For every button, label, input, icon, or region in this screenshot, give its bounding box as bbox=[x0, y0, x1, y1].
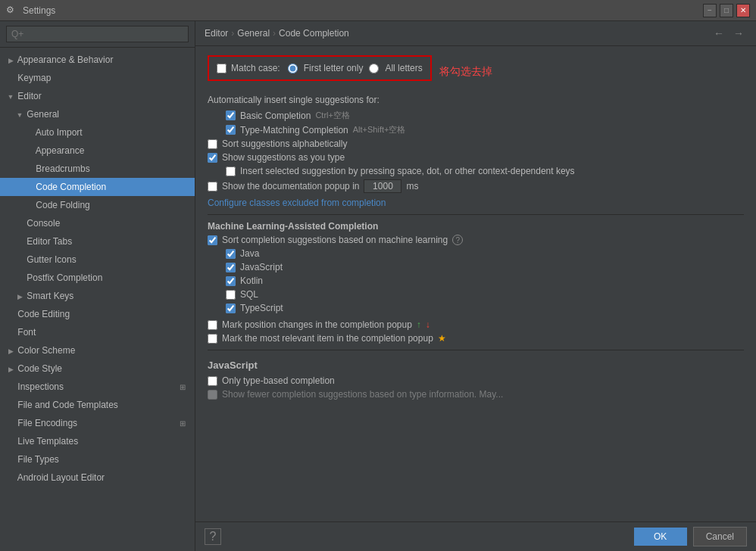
sidebar-item-android-layout-editor[interactable]: Android Layout Editor bbox=[0, 469, 195, 487]
sidebar-item-keymap[interactable]: Keymap bbox=[0, 69, 195, 87]
sidebar-item-editor[interactable]: Editor bbox=[0, 87, 195, 105]
insert-selected-checkbox[interactable] bbox=[226, 167, 236, 176]
maximize-button[interactable]: □ bbox=[720, 4, 733, 17]
sidebar-item-code-style[interactable]: Code Style bbox=[0, 360, 195, 378]
type-matching-shortcut: Alt+Shift+空格 bbox=[353, 124, 406, 135]
forward-button[interactable]: → bbox=[730, 26, 747, 41]
window-title: Settings bbox=[23, 5, 703, 16]
sidebar-item-color-scheme[interactable]: Color Scheme bbox=[0, 341, 195, 360]
kotlin-label: Kotlin bbox=[240, 276, 263, 286]
type-matching-label: Type-Matching Completion bbox=[240, 125, 348, 135]
sidebar-item-gutter-icons[interactable]: Gutter Icons bbox=[0, 251, 195, 269]
configure-classes-link[interactable]: Configure classes excluded from completi… bbox=[208, 198, 744, 208]
auto-insert-label: Automatically insert single suggestions … bbox=[208, 95, 744, 105]
search-input[interactable] bbox=[6, 26, 189, 42]
mark-position-checkbox[interactable] bbox=[208, 320, 217, 330]
kotlin-checkbox[interactable] bbox=[226, 276, 236, 286]
basic-completion-row: Basic Completion Ctrl+空格 bbox=[226, 110, 744, 121]
java-checkbox[interactable] bbox=[226, 249, 236, 259]
sidebar-item-code-editing[interactable]: Code Editing bbox=[0, 305, 195, 323]
doc-popup-ms-input[interactable] bbox=[364, 179, 401, 193]
first-letter-radio[interactable] bbox=[288, 64, 298, 73]
back-button[interactable]: ← bbox=[711, 26, 727, 41]
sidebar-item-appearance[interactable]: Appearance bbox=[0, 142, 195, 160]
down-arrow-icon: ↓ bbox=[426, 319, 430, 330]
sidebar-item-file-encodings[interactable]: File Encodings ⊞ bbox=[0, 414, 195, 432]
typescript-checkbox[interactable] bbox=[226, 304, 236, 313]
basic-completion-checkbox[interactable] bbox=[226, 111, 236, 120]
chevron-right-icon bbox=[6, 365, 15, 375]
only-type-based-checkbox[interactable] bbox=[208, 376, 217, 386]
show-suggestions-row: Show suggestions as you type bbox=[208, 152, 744, 163]
match-case-checkbox[interactable] bbox=[217, 64, 226, 73]
insert-selected-label: Insert selected suggestion by pressing s… bbox=[240, 166, 575, 176]
settings-icon: ⚙ bbox=[6, 5, 18, 17]
chevron-down-icon bbox=[15, 111, 24, 121]
match-case-box: Match case: First letter only All letter… bbox=[208, 55, 432, 81]
first-letter-label: First letter only bbox=[304, 63, 364, 73]
content-area: Editor › General › Code Completion ← → M… bbox=[195, 21, 756, 551]
file-encodings-badge: ⊞ bbox=[180, 418, 186, 429]
breadcrumb-editor: Editor bbox=[205, 28, 228, 39]
nav-buttons: ← → bbox=[711, 26, 747, 41]
bottom-bar: ? OK Cancel bbox=[195, 521, 756, 551]
sort-alpha-checkbox[interactable] bbox=[208, 139, 217, 149]
show-fewer-checkbox[interactable] bbox=[208, 390, 217, 400]
sidebar-item-console[interactable]: Console bbox=[0, 214, 195, 232]
basic-completion-label: Basic Completion bbox=[240, 111, 311, 121]
all-letters-radio[interactable] bbox=[369, 64, 379, 73]
window-controls: − □ ✕ bbox=[703, 4, 750, 17]
sidebar-item-appearance-behavior[interactable]: Appearance & Behavior bbox=[0, 51, 195, 69]
sidebar-item-breadcrumbs[interactable]: Breadcrumbs bbox=[0, 160, 195, 178]
breadcrumb-code-completion: Code Completion bbox=[279, 28, 349, 39]
show-suggestions-checkbox[interactable] bbox=[208, 153, 217, 163]
up-arrow-icon: ↑ bbox=[417, 319, 421, 330]
sidebar: Appearance & Behavior Keymap Editor Gene… bbox=[0, 21, 195, 551]
mark-relevant-checkbox[interactable] bbox=[208, 334, 217, 344]
sidebar-item-editor-tabs[interactable]: Editor Tabs bbox=[0, 232, 195, 251]
type-matching-checkbox[interactable] bbox=[226, 125, 236, 135]
ok-button[interactable]: OK bbox=[634, 528, 687, 546]
typescript-label: TypeScript bbox=[240, 303, 283, 313]
javascript-checkbox[interactable] bbox=[226, 263, 236, 272]
minimize-button[interactable]: − bbox=[703, 4, 717, 17]
sort-ml-checkbox[interactable] bbox=[208, 235, 217, 245]
sidebar-item-postfix-completion[interactable]: Postfix Completion bbox=[0, 269, 195, 287]
help-icon[interactable]: ? bbox=[452, 235, 463, 245]
java-row: Java bbox=[226, 248, 744, 259]
sidebar-item-code-folding[interactable]: Code Folding bbox=[0, 196, 195, 214]
java-label: Java bbox=[240, 248, 259, 259]
sidebar-tree: Appearance & Behavior Keymap Editor Gene… bbox=[0, 48, 195, 551]
show-fewer-label: Show fewer completion suggestions based … bbox=[222, 389, 503, 400]
mark-relevant-label: Mark the most relevant item in the compl… bbox=[222, 333, 433, 344]
sidebar-item-auto-import[interactable]: Auto Import bbox=[0, 123, 195, 142]
inspections-badge: ⊞ bbox=[180, 381, 186, 393]
cancel-button[interactable]: Cancel bbox=[693, 527, 747, 546]
sidebar-item-inspections[interactable]: Inspections ⊞ bbox=[0, 378, 195, 396]
sidebar-item-general[interactable]: General bbox=[0, 105, 195, 123]
title-bar: ⚙ Settings − □ ✕ bbox=[0, 0, 756, 21]
sort-ml-label: Sort completion suggestions based on mac… bbox=[222, 235, 448, 245]
annotation-text: 将勾选去掉 bbox=[439, 65, 492, 79]
sidebar-item-file-types[interactable]: File Types bbox=[0, 450, 195, 469]
breadcrumb-sep1: › bbox=[231, 28, 234, 39]
typescript-row: TypeScript bbox=[226, 303, 744, 313]
show-doc-checkbox[interactable] bbox=[208, 182, 217, 191]
sidebar-item-file-code-templates[interactable]: File and Code Templates bbox=[0, 396, 195, 414]
radio-group: First letter only All letters bbox=[288, 63, 423, 73]
chevron-right-icon bbox=[6, 347, 15, 357]
match-case-label: Match case: bbox=[231, 63, 280, 73]
help-button[interactable]: ? bbox=[205, 528, 221, 545]
javascript-row: JavaScript bbox=[226, 262, 744, 272]
sidebar-item-code-completion[interactable]: Code Completion bbox=[0, 178, 195, 196]
only-type-based-row: Only type-based completion bbox=[208, 375, 744, 386]
sidebar-item-smart-keys[interactable]: Smart Keys bbox=[0, 287, 195, 305]
breadcrumb: Editor › General › Code Completion bbox=[205, 28, 349, 39]
breadcrumb-sep2: › bbox=[273, 28, 276, 39]
sql-checkbox[interactable] bbox=[226, 290, 236, 300]
close-button[interactable]: ✕ bbox=[736, 4, 750, 17]
sidebar-item-font[interactable]: Font bbox=[0, 323, 195, 341]
sql-label: SQL bbox=[240, 289, 258, 300]
sidebar-item-live-templates[interactable]: Live Templates bbox=[0, 432, 195, 450]
insert-selected-row: Insert selected suggestion by pressing s… bbox=[226, 166, 744, 176]
